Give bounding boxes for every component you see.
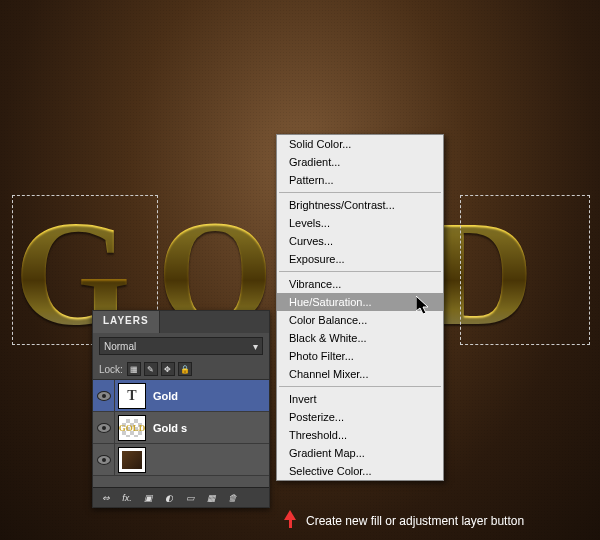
- menu-item-levels[interactable]: Levels...: [277, 214, 443, 232]
- menu-item-gradient[interactable]: Gradient...: [277, 153, 443, 171]
- menu-item-black-white[interactable]: Black & White...: [277, 329, 443, 347]
- callout-text: Create new fill or adjustment layer butt…: [306, 514, 524, 528]
- visibility-toggle[interactable]: [93, 412, 115, 443]
- layer-row[interactable]: [93, 444, 269, 476]
- lock-label: Lock:: [99, 364, 123, 375]
- menu-item-invert[interactable]: Invert: [277, 390, 443, 408]
- mask-icon[interactable]: ▣: [141, 492, 155, 504]
- menu-item-exposure[interactable]: Exposure...: [277, 250, 443, 268]
- layers-panel: LAYERS Normal ▾ Lock: ▦ ✎ ✥ 🔒 T Gold GOL…: [92, 310, 270, 508]
- link-icon[interactable]: ⇔: [99, 492, 113, 504]
- new-layer-icon[interactable]: ▦: [204, 492, 218, 504]
- lock-all-icon[interactable]: 🔒: [178, 362, 192, 376]
- layer-row[interactable]: T Gold: [93, 380, 269, 412]
- adjustment-layer-icon[interactable]: ◐: [162, 492, 176, 504]
- eye-icon: [97, 423, 111, 433]
- layer-thumbnail[interactable]: GOLD: [119, 416, 145, 440]
- menu-separator: [279, 386, 441, 387]
- lock-paint-icon[interactable]: ✎: [144, 362, 158, 376]
- eye-icon: [97, 455, 111, 465]
- menu-item-curves[interactable]: Curves...: [277, 232, 443, 250]
- chevron-down-icon: ▾: [253, 341, 258, 352]
- blend-mode-value: Normal: [104, 341, 136, 352]
- lock-transparent-icon[interactable]: ▦: [127, 362, 141, 376]
- menu-item-vibrance[interactable]: Vibrance...: [277, 275, 443, 293]
- menu-item-gradient-map[interactable]: Gradient Map...: [277, 444, 443, 462]
- layer-name[interactable]: Gold s: [149, 422, 269, 434]
- layer-list: T Gold GOLD Gold s: [93, 380, 269, 476]
- layer-thumbnail[interactable]: [119, 448, 145, 472]
- menu-item-solid-color[interactable]: Solid Color...: [277, 135, 443, 153]
- trash-icon[interactable]: 🗑: [225, 492, 239, 504]
- tab-layers[interactable]: LAYERS: [93, 311, 160, 333]
- menu-separator: [279, 271, 441, 272]
- callout-arrow-icon: [283, 510, 297, 528]
- menu-item-selective-color[interactable]: Selective Color...: [277, 462, 443, 480]
- visibility-toggle[interactable]: [93, 444, 115, 475]
- menu-item-threshold[interactable]: Threshold...: [277, 426, 443, 444]
- menu-item-brightness[interactable]: Brightness/Contrast...: [277, 196, 443, 214]
- blend-mode-select[interactable]: Normal ▾: [99, 337, 263, 355]
- menu-item-pattern[interactable]: Pattern...: [277, 171, 443, 189]
- layer-row[interactable]: GOLD Gold s: [93, 412, 269, 444]
- menu-separator: [279, 192, 441, 193]
- adjustment-context-menu: Solid Color... Gradient... Pattern... Br…: [276, 134, 444, 481]
- menu-item-posterize[interactable]: Posterize...: [277, 408, 443, 426]
- folder-icon[interactable]: ▭: [183, 492, 197, 504]
- layers-panel-footer: ⇔ fx. ▣ ◐ ▭ ▦ 🗑: [93, 487, 269, 507]
- eye-icon: [97, 391, 111, 401]
- menu-item-color-balance[interactable]: Color Balance...: [277, 311, 443, 329]
- menu-item-photo-filter[interactable]: Photo Filter...: [277, 347, 443, 365]
- menu-item-hue-saturation[interactable]: Hue/Saturation...: [277, 293, 443, 311]
- layer-thumbnail[interactable]: T: [119, 384, 145, 408]
- fx-icon[interactable]: fx.: [120, 492, 134, 504]
- lock-move-icon[interactable]: ✥: [161, 362, 175, 376]
- visibility-toggle[interactable]: [93, 380, 115, 411]
- menu-item-channel-mixer[interactable]: Channel Mixer...: [277, 365, 443, 383]
- layer-name[interactable]: Gold: [149, 390, 269, 402]
